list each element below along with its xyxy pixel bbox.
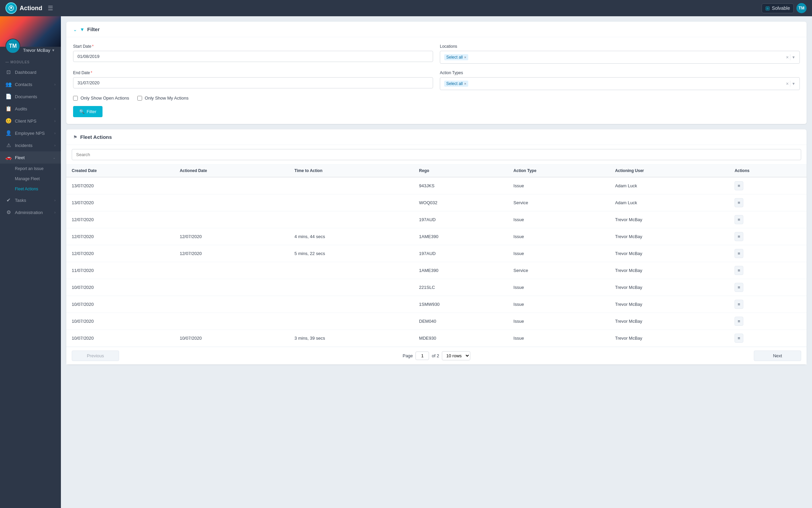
table-row: 10/07/2020 10/07/2020 3 mins, 39 secs MD… [66,330,807,347]
user-name-row[interactable]: Trevor McBay ▼ [23,48,55,53]
action-types-select[interactable]: Select all × × ▼ [440,77,800,90]
employee-nps-icon: 👤 [5,130,12,136]
fleet-actions-table: Created Date Actioned Date Time to Actio… [66,165,807,347]
sidebar-item-tasks[interactable]: ✔ Tasks › [0,194,61,206]
cell-actioning-user: Trevor McBay [610,228,729,245]
cell-created-date: 13/07/2020 [66,194,174,211]
rows-select[interactable]: 10 rows 25 rows 50 rows [442,351,470,360]
app-name: Actiond [20,5,42,12]
table-row: 10/07/2020 1SMW930 Issue Trevor McBay ≡ [66,296,807,313]
row-action-button[interactable]: ≡ [735,198,743,207]
cell-time-to-action: 4 mins, 44 secs [289,228,413,245]
filter-icon: ▼ [80,27,85,32]
my-actions-checkbox-label[interactable]: Only Show My Actions [137,96,188,101]
row-action-button[interactable]: ≡ [735,283,743,292]
fleet-icon: 🚗 [5,154,12,161]
locations-tag-remove[interactable]: × [464,55,466,59]
action-types-clear[interactable]: × [786,81,789,86]
tasks-icon: ✔ [5,197,12,203]
row-action-button[interactable]: ≡ [735,249,743,258]
cell-rego: WOQ032 [414,194,508,211]
locations-group: Locations Select all × × [440,44,800,64]
row-action-button[interactable]: ≡ [735,181,743,190]
client-nps-icon: 😊 [5,118,12,124]
solvable-label: Solvable [772,5,790,11]
checkbox-row: Only Show Open Actions Only Show My Acti… [73,96,800,101]
sidebar-item-incidents[interactable]: ⚠ Incidents › [0,139,61,151]
sidebar-item-contacts[interactable]: 👥 Contacts › [0,78,61,90]
locations-select[interactable]: Select all × × ▼ [440,51,800,64]
solvable-badge[interactable]: ⊞ Solvable [762,3,794,13]
my-actions-checkbox[interactable] [137,96,142,101]
cell-action-type: Issue [508,313,610,330]
sidebar-item-client-nps[interactable]: 😊 Client NPS › [0,115,61,127]
sidebar-item-fleet[interactable]: 🚗 Fleet ⌄ [0,151,61,164]
cell-created-date: 12/07/2020 [66,245,174,262]
start-date-input[interactable] [73,51,433,62]
fleet-actions-card: ⚑ Fleet Actions Created Date Actioned Da… [66,129,807,364]
prev-button[interactable]: Previous [72,351,119,361]
sidebar-item-report-issue[interactable]: Report an Issue [0,164,61,174]
dashboard-label: Dashboard [15,70,37,75]
sidebar: TM Trevor McBay ▼ — MODULES ⊡ Dashboard … [0,16,61,508]
cell-action-type: Issue [508,228,610,245]
cell-action-type: Service [508,194,610,211]
cell-actions: ≡ [729,330,807,347]
solvable-icon: ⊞ [765,5,770,12]
cell-created-date: 12/07/2020 [66,211,174,228]
filter-button[interactable]: 🔍 Filter [73,106,103,117]
page-input[interactable] [415,352,429,360]
sidebar-item-employee-nps[interactable]: 👤 Employee NPS › [0,127,61,139]
client-nps-label: Client NPS [15,119,37,124]
sidebar-item-manage-fleet[interactable]: Manage Fleet [0,174,61,184]
row-action-button[interactable]: ≡ [735,215,743,224]
sidebar-item-administration[interactable]: ⚙ Administration › [0,206,61,218]
row-action-button[interactable]: ≡ [735,317,743,326]
search-input[interactable] [72,149,801,160]
incidents-icon: ⚠ [5,142,12,148]
cell-created-date: 10/07/2020 [66,279,174,296]
logo[interactable]: Actiond [5,2,42,14]
row-action-button[interactable]: ≡ [735,266,743,275]
administration-arrow: › [54,211,55,214]
incidents-arrow: › [54,144,55,147]
row-action-button[interactable]: ≡ [735,232,743,241]
open-actions-checkbox-label[interactable]: Only Show Open Actions [73,96,129,101]
end-date-input[interactable] [73,77,433,88]
action-types-tag-remove[interactable]: × [464,82,466,86]
table-container: Created Date Actioned Date Time to Actio… [66,165,807,347]
sidebar-item-dashboard[interactable]: ⊡ Dashboard [0,66,61,78]
cell-created-date: 11/07/2020 [66,262,174,279]
sidebar-item-documents[interactable]: 📄 Documents [0,90,61,103]
cell-rego: 1AME390 [414,228,508,245]
cell-action-type: Issue [508,211,610,228]
next-button[interactable]: Next [754,351,801,361]
audits-icon: 📋 [5,106,12,112]
cell-actions: ≡ [729,177,807,194]
filter-card-header[interactable]: ⌄ ▼ Filter [66,22,807,37]
row-action-button[interactable]: ≡ [735,300,743,309]
tasks-label: Tasks [15,198,26,203]
table-row: 13/07/2020 WOQ032 Service Adam Luck ≡ [66,194,807,211]
svg-point-1 [10,7,12,9]
cell-actioning-user: Trevor McBay [610,296,729,313]
cell-rego: MDE930 [414,330,508,347]
user-avatar-top[interactable]: TM [796,3,807,13]
col-time-to-action: Time to Action [289,165,413,177]
action-types-label: Action Types [440,70,800,75]
locations-clear[interactable]: × [786,55,789,60]
sidebar-item-audits[interactable]: 📋 Audits › [0,103,61,115]
cell-actions: ≡ [729,194,807,211]
administration-icon: ⚙ [5,209,12,215]
cell-time-to-action [289,194,413,211]
open-actions-checkbox[interactable] [73,96,78,101]
row-action-button[interactable]: ≡ [735,334,743,343]
action-types-arrow[interactable]: ▼ [792,82,795,86]
client-nps-arrow: › [54,119,55,123]
sidebar-item-fleet-actions[interactable]: Fleet Actions [0,184,61,194]
locations-arrow[interactable]: ▼ [792,55,795,59]
hamburger-menu[interactable]: ☰ [46,3,54,13]
table-row: 13/07/2020 943JKS Issue Adam Luck ≡ [66,177,807,194]
cell-rego: 197AUD [414,211,508,228]
filter-body: Start Date* Locations Select all × [66,37,807,124]
